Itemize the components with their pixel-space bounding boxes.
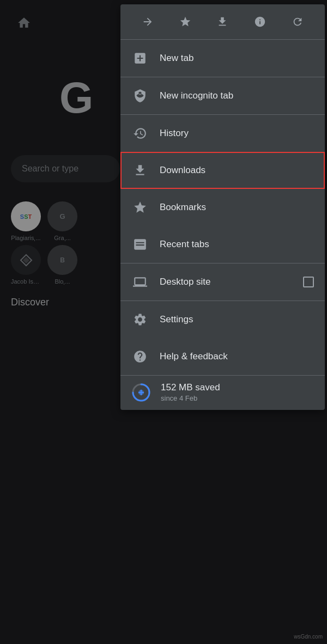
data-saver-sub: since 4 Feb [161, 394, 220, 402]
incognito-icon [131, 87, 149, 105]
settings-icon [131, 311, 149, 328]
new-tab-icon [131, 50, 149, 67]
desktop-site-label: Desktop site [160, 277, 303, 287]
refresh-icon[interactable] [287, 11, 308, 33]
data-saver-icon [131, 383, 151, 402]
downloads-icon [131, 162, 149, 179]
data-saver-texts: 152 MB saved since 4 Feb [161, 382, 220, 402]
menu-item-desktop-site[interactable]: Desktop site [120, 263, 325, 300]
bookmarks-label: Bookmarks [160, 202, 314, 213]
new-tab-label: New tab [160, 53, 314, 64]
data-saver-main: 152 MB saved [161, 382, 220, 393]
desktop-site-icon [131, 273, 149, 291]
help-icon [131, 348, 149, 365]
recent-tabs-icon [131, 236, 149, 253]
data-saver-item[interactable]: 152 MB saved since 4 Feb [120, 376, 325, 410]
info-icon[interactable] [249, 11, 271, 33]
download-toolbar-icon[interactable] [211, 11, 233, 33]
menu-toolbar [120, 4, 325, 40]
dropdown-menu: New tab New incognito tab History Downlo… [120, 4, 325, 410]
bookmark-star-icon[interactable] [174, 11, 196, 33]
menu-item-incognito[interactable]: New incognito tab [120, 77, 325, 114]
history-label: History [160, 128, 314, 139]
menu-item-downloads[interactable]: Downloads [120, 152, 325, 189]
desktop-site-checkbox[interactable] [303, 277, 314, 287]
downloads-label: Downloads [160, 165, 314, 176]
watermark: wsGdn.com [294, 634, 323, 640]
history-icon [131, 125, 149, 142]
menu-item-help[interactable]: Help & feedback [120, 338, 325, 375]
settings-label: Settings [160, 314, 314, 325]
recent-tabs-label: Recent tabs [160, 239, 314, 250]
menu-item-new-tab[interactable]: New tab [120, 40, 325, 77]
bookmarks-icon [131, 199, 149, 216]
menu-item-bookmarks[interactable]: Bookmarks [120, 189, 325, 226]
help-label: Help & feedback [160, 351, 314, 362]
checkbox-outline [303, 277, 314, 287]
incognito-label: New incognito tab [160, 90, 314, 101]
menu-item-history[interactable]: History [120, 115, 325, 152]
menu-item-settings[interactable]: Settings [120, 301, 325, 338]
forward-icon[interactable] [137, 11, 159, 33]
menu-item-recent-tabs[interactable]: Recent tabs [120, 226, 325, 263]
